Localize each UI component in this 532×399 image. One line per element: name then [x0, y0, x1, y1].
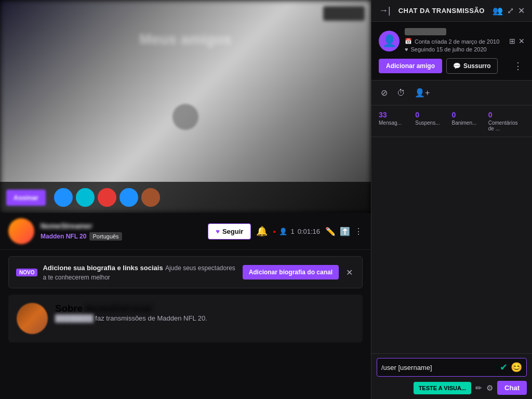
video-bottom-bar: Assinar [0, 182, 371, 213]
subscribe-button[interactable]: Assinar [6, 190, 46, 206]
stream-info-bar: NomeStreamer Madden NFL 20 Português ♥ S… [0, 213, 371, 250]
video-top-right-element [323, 6, 365, 21]
about-heading: Sobre NomeDoCanal [55, 303, 207, 314]
pencil-icon-button[interactable]: ✏ [475, 383, 482, 393]
heart-icon: ♥ [216, 228, 220, 235]
user-card-actions: Adicionar amigo 💬 Sussurro ⋮ [379, 58, 525, 74]
more-options-button[interactable]: ⋮ [511, 58, 525, 74]
user-avatar: 👤 [379, 31, 400, 51]
emoji-icon[interactable]: 😊 [511, 362, 522, 373]
stat-bans-value: 0 [452, 111, 456, 119]
user-info-top: 👤 📅 Conta criada 2 de março de 2010 ♥ Se… [379, 28, 525, 54]
test-view-button[interactable]: TESTE A VISUA... [414, 382, 471, 394]
whisper-label: Sussurro [463, 62, 491, 70]
about-label: Sobre [55, 303, 83, 314]
follow-label: Seguir [222, 228, 243, 235]
viewer-icon: 👤 [279, 228, 287, 235]
stat-suspensions-value: 0 [415, 111, 419, 119]
user-info-details: 📅 Conta criada 2 de março de 2010 ♥ Segu… [405, 28, 504, 54]
following-line: ♥ Seguindo 15 de julho de 2020 [405, 46, 504, 52]
video-center-circle [172, 104, 198, 130]
stat-comments-label: Comentários de ... [488, 120, 525, 131]
viewer-dot: ● [273, 229, 276, 234]
chat-input-wrapper: ✔ 😊 [377, 358, 527, 377]
whisper-icon: 💬 [453, 62, 461, 70]
add-friend-button[interactable]: Adicionar amigo [379, 59, 442, 73]
about-section: Sobre NomeDoCanal ████████ faz transmiss… [8, 295, 363, 342]
card-top-actions: ⊞ ✕ [509, 37, 525, 45]
open-profile-icon[interactable]: ⊞ [509, 37, 515, 45]
calendar-icon: 📅 [405, 38, 412, 45]
bio-main-text: Adicione sua biografia e links sociais [43, 264, 163, 272]
stat-bans: 0 Banimen... [452, 111, 488, 131]
close-icon[interactable]: ✕ [518, 6, 525, 16]
avatar-icon: 👤 [382, 34, 396, 48]
stat-comments-value: 0 [488, 111, 493, 119]
mod-icons-row: ⊘ ⏱ 👤+ [371, 81, 532, 105]
following-text: Seguindo 15 de julho de 2020 [411, 46, 487, 52]
account-created-line: 📅 Conta criada 2 de março de 2010 [405, 38, 504, 45]
stat-bans-label: Banimen... [452, 120, 477, 126]
chat-send-button[interactable]: Chat [497, 381, 527, 395]
share-icon[interactable]: ⬆️ [340, 227, 350, 236]
bio-notification: NOVO Adicione sua biografia e links soci… [8, 256, 363, 288]
timeout-icon-button[interactable]: ⏱ [395, 86, 407, 100]
group-icon[interactable]: 👥 [493, 6, 503, 16]
channel-icon-5 [141, 188, 160, 207]
about-desc-text: faz transmissões de Madden NFL 20. [95, 314, 207, 322]
follow-button[interactable]: ♥ Seguir [208, 223, 251, 240]
about-channel-name: NomeDoCanal [85, 303, 152, 314]
about-desc-blurred: ████████ [55, 314, 94, 322]
mod-add-icon-button[interactable]: 👤+ [413, 86, 432, 100]
tag-language: Português [89, 232, 122, 241]
about-text-block: Sobre NomeDoCanal ████████ faz transmiss… [55, 303, 207, 334]
stat-messages: 33 Mensag... [379, 111, 415, 131]
channel-icon-2 [76, 188, 95, 207]
tag-game[interactable]: Madden NFL 20 [41, 233, 86, 240]
account-created-text: Conta criada 2 de março de 2010 [415, 38, 499, 45]
streamer-avatar [8, 218, 34, 244]
expand-icon[interactable]: ⤢ [507, 6, 514, 16]
stats-row: 33 Mensag... 0 Suspens... 0 Banimen... 0… [371, 105, 532, 137]
video-center-text: Meus amigos [139, 31, 231, 48]
about-avatar [17, 303, 48, 334]
card-close-icon[interactable]: ✕ [518, 37, 525, 45]
chat-header: →| CHAT DA TRANSMISSÃO 👥 ⤢ ✕ [371, 0, 532, 22]
about-description: ████████ faz transmissões de Madden NFL … [55, 314, 207, 322]
close-bio-button[interactable]: ✕ [344, 268, 355, 277]
action-icons: ✏️ ⬆️ ⋮ [325, 227, 363, 236]
chat-header-left: →| [379, 5, 391, 16]
popout-icon[interactable]: →| [379, 5, 391, 16]
viewer-count-row: ● 👤 1 0:01:16 [273, 228, 320, 235]
novo-badge: NOVO [16, 269, 37, 276]
stream-meta: NomeStreamer Madden NFL 20 Português [41, 222, 202, 241]
stream-timer: 0:01:16 [298, 228, 320, 235]
confirm-icon[interactable]: ✔ [500, 362, 508, 373]
settings-icon-button[interactable]: ⚙ [486, 383, 493, 393]
add-bio-button[interactable]: Adicionar biografia do canal [243, 265, 339, 280]
video-area: Meus amigos Assinar [0, 0, 371, 213]
right-panel: →| CHAT DA TRANSMISSÃO 👥 ⤢ ✕ 👤 📅 Conta c… [371, 0, 532, 399]
more-options-icon[interactable]: ⋮ [354, 227, 363, 236]
viewer-count: 1 [290, 228, 294, 235]
video-channel-icons [54, 188, 160, 207]
streamer-name: NomeStreamer [41, 222, 202, 230]
channel-icon-1 [54, 188, 73, 207]
user-info-card: 👤 📅 Conta criada 2 de março de 2010 ♥ Se… [371, 22, 532, 81]
edit-icon[interactable]: ✏️ [325, 227, 336, 236]
stat-messages-label: Mensag... [379, 120, 402, 126]
channel-icon-3 [98, 188, 116, 207]
chat-input-icons: ✔ 😊 [500, 362, 522, 373]
chat-input-area: ✔ 😊 TESTE A VISUA... ✏ ⚙ Chat [371, 353, 532, 399]
bell-button[interactable]: 🔔 [256, 225, 268, 237]
stat-comments: 0 Comentários de ... [488, 111, 525, 131]
ban-icon-button[interactable]: ⊘ [379, 86, 390, 100]
channel-icon-4 [119, 188, 138, 207]
whisper-button[interactable]: 💬 Sussurro [446, 58, 498, 74]
stream-actions: ♥ Seguir 🔔 ● 👤 1 0:01:16 ✏️ ⬆️ ⋮ [208, 223, 363, 240]
chat-input[interactable] [381, 364, 500, 371]
username-blurred [405, 28, 446, 35]
stat-suspensions-label: Suspens... [415, 120, 440, 126]
chat-header-right: 👥 ⤢ ✕ [493, 6, 525, 16]
chat-messages-area[interactable] [371, 137, 532, 353]
